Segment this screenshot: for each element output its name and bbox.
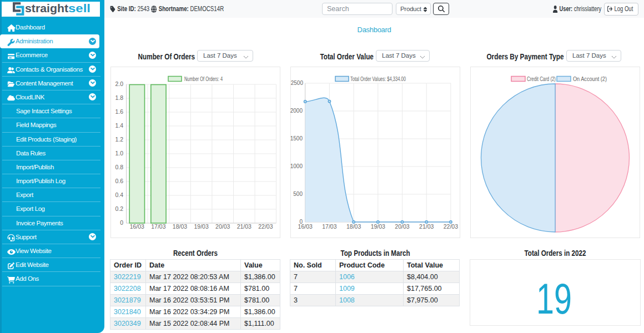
- svg-text:straight: straight: [25, 2, 68, 14]
- svg-text:Total Order Values: $4,334.00: Total Order Values: $4,334.00: [350, 75, 406, 82]
- svg-text:0.2: 0.2: [115, 205, 123, 212]
- svg-text:22/03: 22/03: [258, 223, 273, 230]
- svg-text:1000: 1000: [290, 163, 303, 169]
- svg-text:18/03: 18/03: [346, 223, 361, 230]
- svg-text:500: 500: [293, 191, 303, 197]
- svg-text:Credit Card (2): Credit Card (2): [527, 76, 556, 82]
- svg-text:20/03: 20/03: [215, 223, 230, 230]
- svg-text:2500: 2500: [291, 80, 304, 86]
- svg-text:17/03: 17/03: [151, 223, 165, 230]
- svg-text:1.6: 1.6: [115, 108, 123, 115]
- svg-text:1.0: 1.0: [115, 150, 123, 157]
- svg-text:21/03: 21/03: [237, 223, 251, 230]
- svg-text:18/03: 18/03: [173, 223, 187, 230]
- svg-text:17/03: 17/03: [322, 223, 336, 230]
- svg-text:19/03: 19/03: [371, 223, 385, 230]
- svg-text:0.6: 0.6: [115, 178, 123, 184]
- svg-text:sell: sell: [68, 2, 90, 14]
- svg-text:19: 19: [536, 275, 572, 322]
- svg-text:On Account (2): On Account (2): [573, 76, 607, 82]
- svg-text:2.0: 2.0: [115, 80, 123, 87]
- svg-text:22/03: 22/03: [444, 223, 458, 230]
- svg-text:Number Of Orders: 4: Number Of Orders: 4: [184, 75, 223, 82]
- svg-text:16/03: 16/03: [130, 223, 144, 230]
- svg-text:0.8: 0.8: [115, 164, 123, 170]
- svg-text:0.4: 0.4: [115, 191, 123, 198]
- svg-text:0: 0: [120, 219, 123, 226]
- svg-text:21/03: 21/03: [419, 223, 434, 230]
- svg-text:1.2: 1.2: [115, 136, 123, 143]
- svg-text:1.8: 1.8: [115, 94, 123, 101]
- svg-text:1500: 1500: [290, 135, 303, 142]
- svg-text:20/03: 20/03: [395, 223, 409, 230]
- svg-text:1.4: 1.4: [115, 122, 123, 129]
- svg-text:16/03: 16/03: [298, 223, 313, 230]
- svg-text:19/03: 19/03: [194, 223, 208, 230]
- svg-text:2000: 2000: [290, 108, 303, 114]
